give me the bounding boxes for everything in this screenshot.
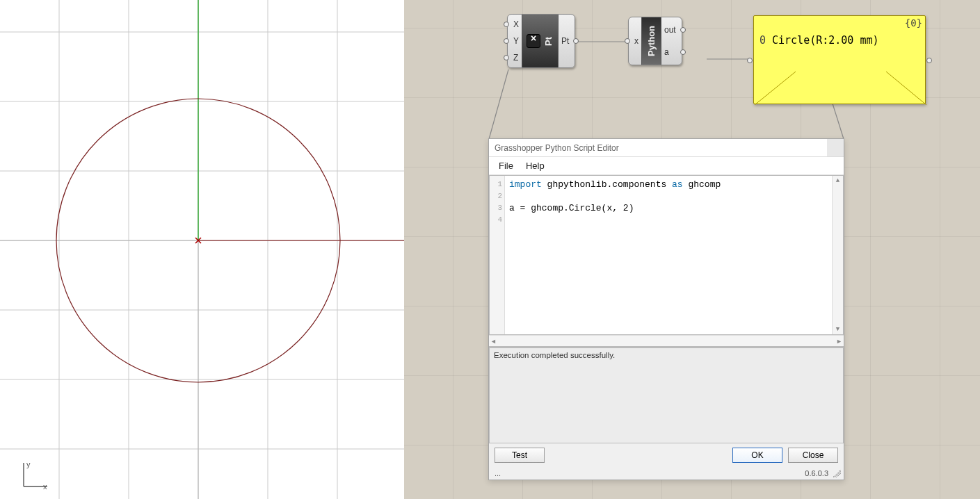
- viewport-svg: [0, 0, 404, 499]
- footer-left: ...: [495, 469, 501, 477]
- editor-title: Grasshopper Python Script Editor: [495, 143, 619, 153]
- code-editor[interactable]: 1 2 3 4 import ghpythonlib.components as…: [489, 175, 844, 335]
- horizontal-scrollbar[interactable]: ◄ ►: [489, 335, 844, 346]
- code-lines[interactable]: import ghpythonlib.components as ghcomp …: [505, 176, 832, 334]
- python-input-x[interactable]: x: [632, 33, 638, 49]
- input-port-x[interactable]: X: [511, 17, 519, 32]
- panel-row-index: 0: [760, 34, 772, 47]
- node-core-python: Python: [641, 17, 661, 65]
- panel-row-value: Circle(R:2.00 mm): [772, 34, 879, 47]
- input-port-y[interactable]: Y: [511, 33, 519, 49]
- status-text: Execution completed successfully.: [494, 351, 615, 359]
- close-button[interactable]: Close: [788, 448, 838, 463]
- editor-menubar: File Help: [489, 157, 844, 175]
- input-port-z[interactable]: Z: [511, 50, 519, 65]
- status-pane: Execution completed successfully.: [489, 346, 844, 443]
- editor-button-bar: Test OK Close: [489, 443, 844, 467]
- python-script-editor[interactable]: Grasshopper Python Script Editor File He…: [488, 138, 844, 480]
- resize-grip-icon[interactable]: [833, 469, 841, 477]
- scroll-down-icon[interactable]: ▼: [836, 326, 840, 333]
- scroll-right-icon[interactable]: ►: [836, 338, 842, 345]
- rhino-viewport[interactable]: y x: [0, 0, 404, 499]
- python-output-out[interactable]: out: [664, 22, 679, 38]
- scroll-left-icon[interactable]: ◄: [490, 338, 497, 345]
- menu-help[interactable]: Help: [526, 161, 545, 171]
- point-icon: [527, 34, 540, 48]
- node-core-point: Pt: [522, 15, 559, 67]
- panel-output-grip[interactable]: [926, 58, 932, 63]
- panel-input-grip[interactable]: [747, 58, 753, 63]
- axis-x-label: x: [43, 482, 47, 491]
- node-panel[interactable]: {0} 0 Circle(R:2.00 mm): [753, 15, 926, 104]
- panel-branch-header: {0}: [905, 17, 922, 28]
- node-construct-point[interactable]: X Y Z Pt Pt: [507, 14, 575, 68]
- vertical-scrollbar[interactable]: ▲ ▼: [832, 176, 843, 334]
- python-output-a[interactable]: a: [664, 44, 679, 60]
- node-python-script[interactable]: x Python out a: [628, 17, 682, 65]
- test-button[interactable]: Test: [495, 448, 545, 463]
- editor-footer: ... 0.6.0.3: [489, 467, 844, 480]
- scroll-up-icon[interactable]: ▲: [836, 177, 840, 184]
- axis-y-label: y: [26, 460, 31, 468]
- line-number-gutter: 1 2 3 4: [490, 176, 505, 334]
- menu-file[interactable]: File: [499, 161, 513, 171]
- titlebar-close-button[interactable]: [827, 139, 844, 156]
- editor-titlebar[interactable]: Grasshopper Python Script Editor: [489, 139, 844, 157]
- ok-button[interactable]: OK: [732, 448, 782, 463]
- version-label: 0.6.0.3: [805, 469, 828, 477]
- panel-body: 0 Circle(R:2.00 mm): [754, 16, 925, 52]
- output-port-pt[interactable]: Pt: [561, 33, 572, 49]
